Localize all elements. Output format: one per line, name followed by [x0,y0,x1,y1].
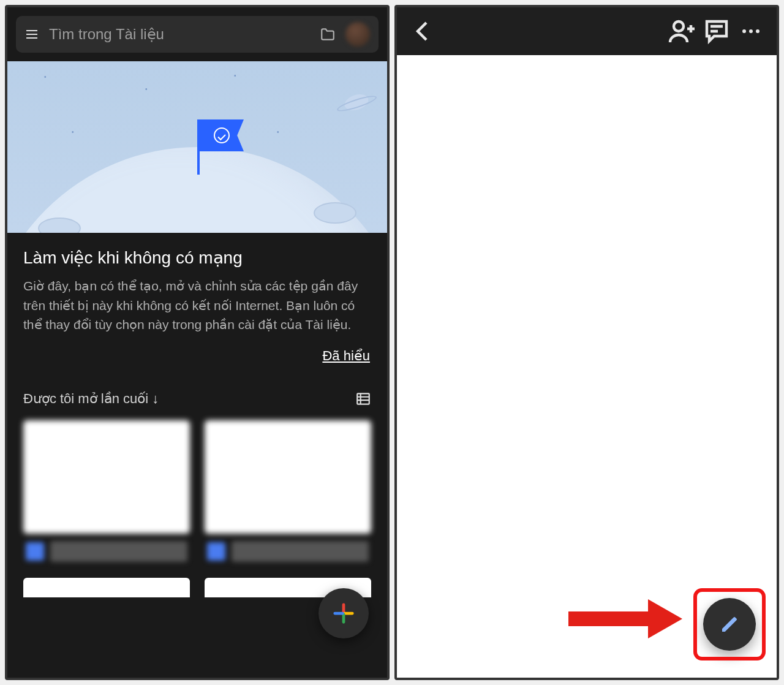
back-icon[interactable] [408,17,437,46]
svg-rect-0 [357,393,369,404]
document-thumbnail[interactable] [23,578,190,597]
document-item[interactable] [23,420,190,566]
sort-arrow-icon: ↓ [152,391,159,407]
offline-card-body: Giờ đây, bạn có thể tạo, mở và chỉnh sửa… [23,276,371,335]
avatar[interactable] [345,22,370,47]
folder-icon[interactable] [320,26,336,42]
sort-button[interactable]: Được tôi mở lần cuối ↓ [23,391,159,407]
create-fab[interactable] [318,588,369,638]
edit-fab[interactable] [703,598,756,651]
document-editor-screen [394,5,779,680]
document-title [232,541,369,562]
person-add-icon[interactable] [668,17,697,46]
plus-icon [332,602,355,625]
offline-card-title: Làm việc khi không có mạng [23,248,371,268]
view-list-icon[interactable] [355,391,371,407]
svg-point-1 [674,21,684,31]
search-placeholder: Tìm trong Tài liệu [49,26,310,43]
more-icon[interactable] [736,17,766,46]
docs-list-screen: Tìm trong Tài liệu • • • • • Làm việc kh… [5,5,390,680]
pencil-icon [720,615,739,634]
document-thumbnail [23,420,190,534]
sort-row: Được tôi mở lần cuối ↓ [7,375,387,415]
docs-grid [7,415,387,578]
document-canvas[interactable] [397,55,777,678]
offline-hero-illustration: • • • • • [7,61,387,233]
got-it-button[interactable]: Đã hiểu [321,344,371,367]
menu-icon[interactable] [24,27,39,42]
docs-badge-icon [26,542,44,561]
docs-badge-icon [207,542,225,561]
document-thumbnail [205,420,371,534]
document-title [50,541,187,562]
offline-info-card: Làm việc khi không có mạng Giờ đây, bạn … [7,233,387,375]
document-item[interactable] [205,420,371,566]
saturn-decoration [342,91,370,113]
comment-icon[interactable] [702,17,731,46]
search-bar[interactable]: Tìm trong Tài liệu [16,16,379,53]
editor-appbar [397,7,777,55]
sort-label-text: Được tôi mở lần cuối [23,391,148,407]
